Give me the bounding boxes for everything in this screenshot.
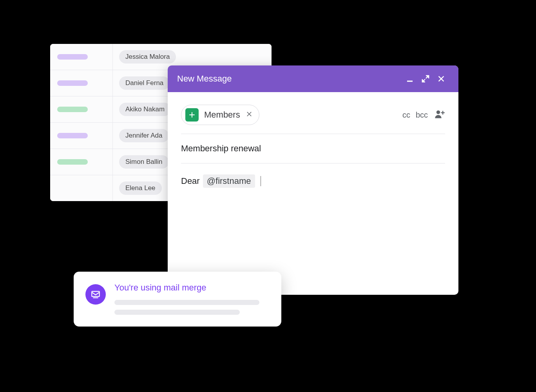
contact-chip[interactable]: Daniel Ferna — [119, 76, 170, 90]
svg-rect-0 — [407, 81, 412, 82]
status-cell — [50, 96, 113, 122]
recipients-row[interactable]: Members cc bcc — [181, 96, 445, 134]
mail-merge-icon — [85, 284, 106, 305]
mail-merge-toast: You're using mail merge — [74, 272, 281, 327]
skeleton-line — [114, 300, 259, 305]
status-cell — [50, 123, 113, 149]
compose-window: New Message Members — [168, 65, 458, 295]
close-button[interactable] — [433, 74, 449, 83]
status-pill — [57, 54, 88, 60]
contact-chip[interactable]: Simon Ballin — [119, 155, 169, 169]
sheets-icon — [185, 108, 199, 122]
status-cell — [50, 44, 113, 70]
expand-button[interactable] — [418, 74, 433, 83]
svg-rect-3 — [441, 112, 445, 113]
bcc-button[interactable]: bcc — [416, 111, 428, 120]
cc-button[interactable]: cc — [402, 111, 410, 120]
add-person-icon[interactable] — [434, 109, 445, 121]
contact-chip[interactable]: Jessica Malora — [119, 50, 176, 64]
skeleton-line — [114, 310, 240, 315]
status-cell — [50, 149, 113, 175]
svg-rect-4 — [92, 291, 100, 296]
compose-title: New Message — [177, 74, 402, 84]
status-pill — [57, 159, 88, 165]
contact-chip[interactable]: Jennifer Ada — [119, 129, 169, 142]
remove-recipient-icon[interactable] — [246, 111, 253, 119]
text-caret — [261, 176, 261, 186]
body-greeting: Dear — [181, 176, 200, 186]
subject-input[interactable]: Membership renewal — [181, 134, 445, 163]
status-pill — [57, 80, 88, 86]
compose-header: New Message — [168, 65, 458, 92]
status-pill — [57, 107, 88, 112]
recipient-chip[interactable]: Members — [181, 105, 259, 125]
status-cell — [50, 175, 113, 201]
merge-tag[interactable]: @firstname — [203, 174, 255, 188]
message-body[interactable]: Dear @firstname — [181, 163, 445, 199]
status-pill — [57, 133, 88, 138]
minimize-button[interactable] — [402, 75, 418, 83]
status-cell — [50, 70, 113, 96]
contact-chip[interactable]: Akiko Nakam — [119, 103, 171, 116]
svg-point-1 — [436, 111, 440, 114]
toast-title: You're using mail merge — [114, 283, 270, 293]
recipient-label: Members — [204, 110, 240, 120]
contact-chip[interactable]: Elena Lee — [119, 181, 162, 195]
